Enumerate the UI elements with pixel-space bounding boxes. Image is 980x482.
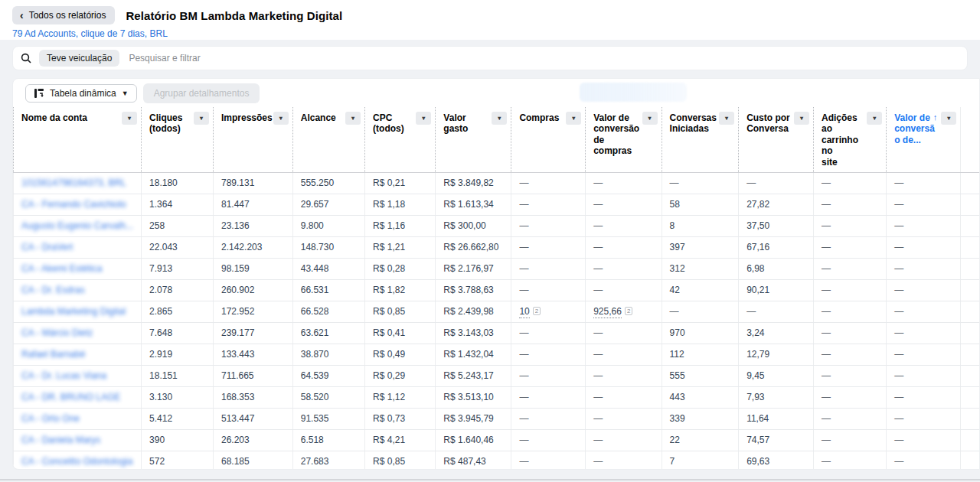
- column-header-label: Alcance: [301, 112, 336, 123]
- account-name-link[interactable]: CA - DraVert: [21, 242, 73, 252]
- account-name-link[interactable]: CA - Conceitto Odontologia: [21, 456, 132, 467]
- metric-cell: 3.130: [142, 386, 214, 408]
- column-header-alcance[interactable]: Alcance▾: [292, 107, 364, 172]
- metric-cell: —: [887, 236, 961, 258]
- metric-cell: 2.078: [142, 279, 214, 301]
- metric-value: —: [593, 285, 603, 295]
- metric-value: —: [593, 177, 603, 188]
- column-menu-button[interactable]: ▾: [416, 112, 431, 125]
- report-card: Tabela dinâmica ▼ Agrupar detalhamentos …: [12, 78, 980, 470]
- account-name-link[interactable]: CA - Orto One: [21, 413, 80, 424]
- account-name-link[interactable]: Augusto Eugenio Carvalh...: [21, 220, 133, 231]
- metric-cell: 26.203: [214, 429, 293, 451]
- metric-cell: 11,64: [739, 408, 814, 429]
- metric-value[interactable]: 925,66: [593, 306, 622, 318]
- metric-cell: —: [814, 344, 887, 365]
- metric-value: 29.657: [301, 199, 329, 210]
- metric-value: —: [519, 285, 528, 295]
- metric-value: —: [593, 263, 603, 274]
- metric-value: 6,98: [746, 263, 764, 274]
- column-menu-button[interactable]: ▾: [492, 112, 507, 125]
- account-name-link[interactable]: CA - Fernando Cavichiolo: [21, 199, 126, 210]
- metric-cell: —: [511, 194, 586, 215]
- metric-value: —: [670, 306, 679, 317]
- column-header-impressoes[interactable]: Impressões▾: [214, 107, 293, 172]
- report-scope-link[interactable]: 79 Ad Accounts, clique de 7 dias, BRL: [12, 28, 168, 39]
- stub-cell: [961, 172, 979, 194]
- column-header-valor-gasto[interactable]: Valor gasto▾: [436, 107, 511, 172]
- back-button[interactable]: ‹ Todos os relatórios: [12, 6, 115, 24]
- column-menu-button[interactable]: ▾: [719, 112, 734, 125]
- account-name-link[interactable]: CA - Daniela Marys: [21, 435, 100, 445]
- column-header-valor-conversao-compras[interactable]: Valor de conversão de compras▾: [586, 107, 662, 172]
- metric-value: —: [519, 177, 528, 188]
- metric-value: R$ 0,28: [373, 263, 405, 274]
- stub-cell: [961, 236, 979, 258]
- metric-value: —: [894, 263, 903, 274]
- column-header-compras[interactable]: Compras▾: [511, 107, 586, 172]
- column-menu-button[interactable]: ▾: [194, 112, 209, 125]
- column-menu-button[interactable]: ▾: [794, 112, 809, 125]
- metric-value: 572: [149, 456, 165, 467]
- account-name-link[interactable]: CA - Márcio Dietz: [21, 327, 93, 338]
- metric-cell: 9.800: [292, 215, 364, 236]
- metric-cell: R$ 1,12: [365, 386, 436, 408]
- metric-value: —: [519, 370, 528, 381]
- metric-value: 22: [670, 435, 680, 445]
- metric-value: 68.185: [221, 456, 250, 467]
- metric-cell: —: [586, 236, 662, 258]
- column-header-cliques-todos[interactable]: Cliques (todos)▾: [142, 107, 214, 172]
- metric-cell: R$ 1,21: [365, 236, 436, 258]
- metric-value: —: [822, 242, 831, 252]
- metric-cell: 112: [662, 344, 739, 365]
- account-name-link[interactable]: 1015614798164373, BRL: [21, 177, 126, 188]
- stub-cell: [961, 451, 979, 470]
- metric-value[interactable]: 10: [519, 306, 529, 318]
- pivot-table-button[interactable]: Tabela dinâmica ▼: [25, 84, 137, 103]
- account-name-link[interactable]: CA - Dr. Lucas Viana: [21, 370, 106, 381]
- column-header-valor-conversao-site[interactable]: Valor de conversã o de...↑▾: [887, 107, 961, 172]
- column-menu-button[interactable]: ▾: [867, 112, 882, 125]
- metric-value: 18.180: [149, 177, 178, 188]
- column-menu-button[interactable]: ▾: [941, 112, 956, 125]
- account-name-link[interactable]: Lambda Marketing Digital: [21, 306, 126, 317]
- metric-value: R$ 0,85: [373, 456, 405, 467]
- column-header-nome-da-conta[interactable]: Nome da conta▾: [14, 107, 142, 172]
- account-name-link[interactable]: Rafael Barnabé: [21, 349, 85, 360]
- account-name-link[interactable]: CA - DR. BRUNO LAGE: [21, 392, 120, 402]
- metric-cell: 66.528: [292, 301, 364, 322]
- column-header-label: Valor de conversã o de...: [894, 112, 935, 145]
- metric-cell: 38.870: [292, 344, 364, 365]
- metric-value: 7.913: [149, 263, 172, 274]
- column-menu-button[interactable]: ▾: [566, 112, 581, 125]
- account-name-link[interactable]: CA - Dr. Esdras: [21, 285, 85, 295]
- column-header-custo-por-conversa[interactable]: Custo por Conversa▾: [739, 107, 814, 172]
- column-menu-button[interactable]: ▾: [642, 112, 658, 125]
- metric-cell: —: [814, 451, 887, 470]
- metric-value: 12,79: [746, 349, 769, 360]
- column-header-conversas-iniciadas[interactable]: Conversas Iniciadas▾: [662, 107, 739, 172]
- metric-value: 58: [670, 199, 680, 210]
- metric-cell: 2.142.203: [214, 236, 293, 258]
- metric-cell: —: [586, 322, 662, 344]
- column-header-cpc-todos[interactable]: CPC (todos)▾: [365, 107, 436, 172]
- metric-cell: 172.952: [214, 301, 293, 322]
- metric-cell: —: [511, 451, 586, 470]
- metric-cell: 74,57: [739, 429, 814, 451]
- column-menu-button[interactable]: ▾: [273, 112, 289, 125]
- metric-cell: 18.180: [142, 172, 214, 194]
- metric-value: R$ 487,43: [443, 456, 485, 467]
- filter-chip-delivery[interactable]: Teve veiculação: [39, 50, 119, 67]
- metric-cell: 3,24: [739, 322, 814, 344]
- account-name-link[interactable]: CA - Akemi Estética: [21, 263, 102, 274]
- metric-value: —: [593, 435, 603, 445]
- column-menu-button[interactable]: ▾: [345, 112, 361, 125]
- column-header-adicoes-carrinho-site[interactable]: Adições ao carrinho no site▾: [814, 107, 887, 172]
- metric-cell: —: [662, 301, 739, 322]
- search-input[interactable]: [127, 52, 959, 64]
- column-header-label: Valor gasto: [443, 112, 491, 135]
- metric-value: 789.131: [221, 177, 254, 188]
- table-row: CA - Daniela Marys39026.2036.518R$ 4,21R…: [14, 429, 980, 451]
- column-menu-button[interactable]: ▾: [122, 112, 137, 125]
- metric-cell: —: [511, 215, 586, 236]
